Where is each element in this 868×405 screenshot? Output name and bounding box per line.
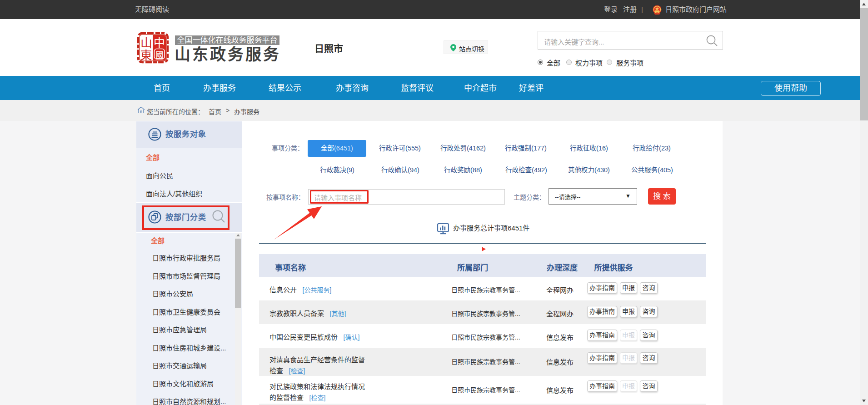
svg-text:國: 國 [155,51,164,60]
svg-text:山: 山 [140,36,152,50]
svg-text:中: 中 [154,36,165,49]
svg-text:東: 東 [140,49,152,62]
